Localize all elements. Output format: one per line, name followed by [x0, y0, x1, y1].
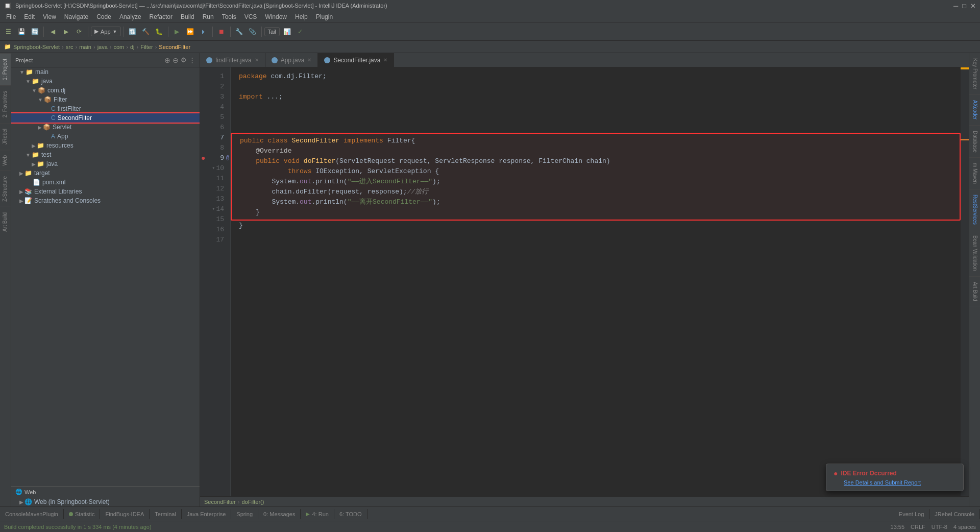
menu-refactor[interactable]: Refactor [145, 12, 177, 21]
breadcrumb-dj[interactable]: dj [130, 44, 135, 50]
btab-javaenterprise[interactable]: Java Enterprise [182, 509, 231, 519]
toolbar-run-file[interactable]: ⏵ [198, 26, 210, 38]
vtab-jrebel[interactable]: JRebel [0, 123, 11, 150]
more-actions-icon[interactable]: ⋮ [189, 56, 195, 64]
toolbar-back-btn[interactable]: ◀ [46, 26, 59, 38]
toolbar-recent-btn[interactable]: ⟳ [73, 26, 85, 38]
tree-item-firstfilter[interactable]: C firstFilter [11, 104, 200, 113]
minimize-btn[interactable]: ─ [953, 2, 958, 10]
tree-item-pomxml[interactable]: 📄 pom.xml [11, 178, 200, 187]
web-item-1[interactable]: ▶ 🌐 Web (in Springboot-Servlet) [11, 497, 200, 506]
collapse-all-btn[interactable]: ⊖ [173, 56, 179, 64]
toolbar-stop-btn[interactable]: ⏹ [215, 26, 228, 38]
menu-help[interactable]: Help [291, 12, 312, 21]
tree-item-java[interactable]: ▼ 📁 java [11, 77, 200, 86]
rsidebar-key-promoter[interactable]: Key Promoter [969, 53, 980, 95]
line-ending[interactable]: CRLF [911, 524, 925, 530]
btab-todo[interactable]: 6: TODO [334, 509, 368, 519]
breadcrumb-main[interactable]: main [79, 44, 91, 50]
rsidebar-maven[interactable]: m Maven [969, 158, 980, 189]
breadcrumb-com[interactable]: com [114, 44, 125, 50]
file-encoding[interactable]: UTF-8 [932, 524, 947, 530]
btab-statistic[interactable]: Statistic [64, 509, 101, 519]
menu-window[interactable]: Window [261, 12, 291, 21]
maximize-btn[interactable]: □ [962, 2, 966, 10]
menu-file[interactable]: File [2, 12, 20, 21]
toolbar-forward-btn[interactable]: ▶ [60, 26, 72, 38]
menu-analyze[interactable]: Analyze [115, 12, 145, 21]
btab-consolemavenplugin[interactable]: ConsoleMavenPlugin [0, 509, 64, 519]
tree-item-comdj[interactable]: ▼ 📦 com.dj [11, 86, 200, 95]
menu-edit[interactable]: Edit [20, 12, 39, 21]
indent-info[interactable]: 4 spaces [953, 524, 976, 530]
menu-run[interactable]: Run [199, 12, 218, 21]
cursor-position[interactable]: 13:55 [891, 524, 905, 530]
context-method[interactable]: doFilter() [241, 499, 264, 505]
toolbar-debug-btn[interactable]: 🐛 [153, 26, 165, 38]
tab-app[interactable]: App.java ✕ [265, 53, 318, 67]
tree-item-secondfilter[interactable]: C SecondFilter [11, 113, 200, 123]
tab-secondfilter[interactable]: SecondFilter.java ✕ [318, 53, 394, 67]
context-class[interactable]: SecondFilter [204, 499, 236, 505]
toolbar-menu-icon[interactable]: ☰ [2, 26, 14, 38]
toolbar-check-btn[interactable]: ✓ [294, 26, 306, 38]
toolbar-attach-btn[interactable]: 📎 [247, 26, 259, 38]
vtab-zstructure[interactable]: Z-Structure [0, 171, 11, 207]
breadcrumb-secondfilter[interactable]: SecondFilter [159, 44, 190, 50]
locate-file-btn[interactable]: ⊕ [164, 56, 170, 64]
tree-item-test[interactable]: ▼ 📁 test [11, 150, 200, 159]
breadcrumb-java[interactable]: java [97, 44, 108, 50]
btab-eventlog[interactable]: Event Log [894, 509, 930, 519]
rsidebar-beanvalidation[interactable]: Bean Validation [969, 230, 980, 276]
toolbar-save-btn[interactable]: 💾 [15, 26, 28, 38]
settings-icon[interactable]: ⚙ [181, 56, 187, 64]
breadcrumb-src[interactable]: src [66, 44, 74, 50]
btab-spring[interactable]: Spring [231, 509, 258, 519]
rsidebar-database[interactable]: Database [969, 126, 980, 158]
menu-build[interactable]: Build [177, 12, 199, 21]
vtab-artbuild[interactable]: Art Build [0, 207, 11, 237]
app-run-btn[interactable]: ▶ App ▼ [91, 27, 121, 36]
close-btn[interactable]: ✕ [970, 2, 976, 10]
vtab-favorites[interactable]: 2: Favorites [0, 85, 11, 123]
tree-item-app[interactable]: A App [11, 132, 200, 141]
toolbar-sync-btn[interactable]: 🔄 [29, 26, 41, 38]
vtab-web[interactable]: Web [0, 150, 11, 171]
breadcrumb-filter[interactable]: Filter [140, 44, 153, 50]
menu-code[interactable]: Code [92, 12, 115, 21]
tree-item-target[interactable]: ▶ 📁 target [11, 168, 200, 178]
code-content[interactable]: package com.dj.Filter; import ...; publi… [231, 67, 961, 496]
menu-view[interactable]: View [39, 12, 60, 21]
btab-messages[interactable]: 0: Messages [258, 509, 301, 519]
tree-item-test-java[interactable]: ▶ 📁 java [11, 159, 200, 168]
tree-item-main[interactable]: ▼ 📁 main [11, 67, 200, 77]
toolbar-chart-btn[interactable]: 📊 [281, 26, 293, 38]
btab-jrebelconsole[interactable]: JRebel Console [929, 509, 980, 519]
btab-terminal[interactable]: Terminal [150, 509, 182, 519]
tree-item-resources[interactable]: ▶ 📁 resources [11, 141, 200, 150]
tree-item-external-libs[interactable]: ▶ 📚 External Libraries [11, 187, 200, 196]
toolbar-run-all[interactable]: ⏩ [184, 26, 197, 38]
close-icon[interactable]: ✕ [383, 57, 387, 63]
tree-item-servlet-folder[interactable]: ▶ 📦 Servlet [11, 123, 200, 132]
menu-navigate[interactable]: Navigate [60, 12, 92, 21]
btab-findbugs[interactable]: FindBugs-IDEA [100, 509, 150, 519]
rsidebar-axcoder[interactable]: AXcoder [969, 95, 980, 125]
close-icon[interactable]: ✕ [255, 57, 259, 63]
menu-plugin[interactable]: Plugin [312, 12, 337, 21]
error-link[interactable]: See Details and Submit Report [834, 479, 956, 486]
tree-item-scratches[interactable]: ▶ 📝 Scratches and Consoles [11, 196, 200, 205]
menu-tools[interactable]: Tools [218, 12, 240, 21]
toolbar-run-green[interactable]: ▶ [171, 26, 183, 38]
rsidebar-artbuild[interactable]: Art Build [969, 277, 980, 307]
vtab-project[interactable]: 1: Project [0, 53, 11, 85]
menu-vcs[interactable]: VCS [240, 12, 261, 21]
tree-item-filter-folder[interactable]: ▼ 📦 Filter [11, 95, 200, 104]
toolbar-build-btn[interactable]: 🔨 [140, 26, 152, 38]
tab-firstfilter[interactable]: firstFilter.java ✕ [200, 53, 265, 67]
close-icon[interactable]: ✕ [307, 57, 311, 63]
btab-run[interactable]: ▶ 4: Run [301, 509, 334, 519]
rsidebar-restservices[interactable]: RestServices [969, 189, 980, 230]
toolbar-reload-btn[interactable]: 🔃 [127, 26, 139, 38]
toolbar-coverage-btn[interactable]: 🔧 [233, 26, 246, 38]
